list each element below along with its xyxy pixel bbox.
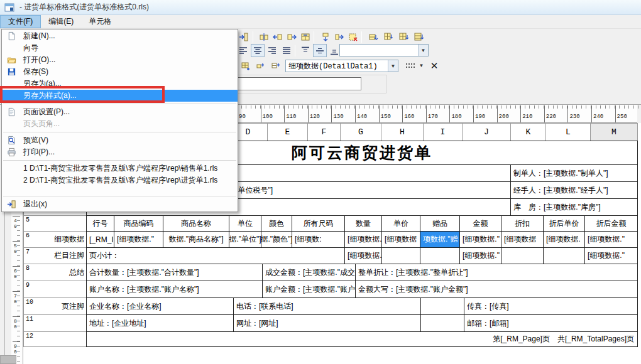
cell-account-name[interactable]: 账户名称：[主项数据."账户名称"] xyxy=(86,281,263,298)
cell-address[interactable]: 地址：[企业地址] xyxy=(86,314,234,332)
menu-item-page-setup[interactable]: 页面设置(P)... xyxy=(2,106,238,118)
append-col-icon[interactable] xyxy=(332,30,346,43)
column-header-e[interactable]: E xyxy=(267,123,308,141)
chevron-down-icon[interactable]: ▼ xyxy=(418,45,428,56)
detail-cell[interactable]: [细项数据. xyxy=(543,231,585,248)
align-left-icon[interactable] xyxy=(236,44,250,57)
add-subgrid-icon[interactable] xyxy=(254,59,268,72)
detail-cell[interactable]: [细项数: xyxy=(292,231,345,248)
hdr-disc-price[interactable]: 折后单价 xyxy=(543,215,585,232)
column-header-g[interactable]: G xyxy=(340,123,381,141)
menu-item-recent-2[interactable]: 2 D:\T1-商贸宝批发零售普及版\客户端程序\rep\进货单1.rls xyxy=(2,174,238,186)
detail-cell-selected[interactable]: 项数据."赠 xyxy=(420,231,460,248)
footer-cell[interactable] xyxy=(381,247,420,264)
cell-whole-discount[interactable]: 整单折让：[主项数据."整单折让"] xyxy=(355,264,638,281)
cell-amount-words[interactable]: 金额大写：[主项数据."账户金额"] xyxy=(355,281,638,298)
hdr-discount[interactable]: 折扣 xyxy=(501,215,544,232)
menu-item-save[interactable]: 保存(S) xyxy=(2,66,238,78)
cell-company[interactable]: 企业名称：[企业名称] xyxy=(86,297,234,315)
footer-cell[interactable] xyxy=(501,247,544,264)
detail-cell[interactable]: 据."单位"] xyxy=(229,231,261,248)
hdr-unit[interactable]: 单位 xyxy=(229,215,261,232)
align-center-icon[interactable] xyxy=(251,44,265,57)
cell-email[interactable]: 邮箱：[邮箱] xyxy=(464,314,638,332)
add-group-icon[interactable] xyxy=(269,59,283,72)
font-combo[interactable]: ▼ xyxy=(339,44,429,56)
delete-object-button[interactable]: ✕ xyxy=(427,59,441,72)
row-header-6[interactable]: 6细项数据 xyxy=(23,231,87,248)
row-header-8[interactable]: 8总结 xyxy=(23,264,87,281)
row-header-10[interactable]: 10页注脚 xyxy=(23,297,87,315)
footer-cell[interactable] xyxy=(543,247,585,264)
menu-item-wizard[interactable]: 向导 xyxy=(2,42,238,54)
merge-down-icon[interactable] xyxy=(381,30,395,43)
row-header-9[interactable]: 9 xyxy=(23,281,87,298)
footer-cell[interactable] xyxy=(420,247,460,264)
detail-cell[interactable]: [细项数据 xyxy=(501,231,544,248)
detail-cell[interactable]: [细项数据 xyxy=(381,231,420,248)
insert-row-below-icon[interactable] xyxy=(319,30,332,43)
cell-phone[interactable]: 电话：[联系电话] xyxy=(233,297,421,315)
menu-item-open[interactable]: 打开(O)... xyxy=(2,54,238,66)
footer-cell[interactable]: [细项数据." xyxy=(584,247,638,264)
cell-page-subtotal[interactable]: 页小计： xyxy=(86,247,345,264)
cell-warehouse[interactable]: 库 房：[主项数据."库房"] xyxy=(510,198,638,216)
footer-cell[interactable]: [细项数据. xyxy=(344,247,382,264)
menu-file[interactable]: 文件(F) xyxy=(0,15,41,28)
cell-total-qty[interactable]: 合计数量：[主项数据."合计数量"] xyxy=(86,264,263,281)
cell-fax[interactable]: 传真：[传真] xyxy=(464,297,638,315)
cell-deal-amount[interactable]: 成交金额：[主项数据."成交金 xyxy=(262,264,356,281)
cell-handler[interactable]: 经手人：[主项数据."经手人"] xyxy=(510,181,638,199)
align-right-icon[interactable] xyxy=(265,44,279,57)
hdr-disc-amount[interactable]: 折后金额 xyxy=(584,215,638,232)
row-header-11[interactable]: 11 xyxy=(23,314,87,332)
cell-page-number[interactable]: 第[_RM_Page]页 共[_RM_TotalPages]页 xyxy=(86,331,638,347)
column-header-h[interactable]: H xyxy=(381,123,424,141)
footer-cell[interactable]: [细项数据." xyxy=(459,247,501,264)
formula-input[interactable] xyxy=(236,77,361,90)
detail-cell[interactable]: [细项数据." xyxy=(584,231,638,248)
hdr-sizes[interactable]: 所有尺码 xyxy=(292,215,345,232)
valign-middle-icon[interactable] xyxy=(313,44,327,57)
detail-cell[interactable]: [细项数据. xyxy=(344,231,382,248)
row-header-12[interactable]: 12 xyxy=(23,331,87,347)
menu-item-preview[interactable]: 预览(V) xyxy=(2,134,238,146)
hdr-gift[interactable]: 赠品 xyxy=(420,215,460,232)
hdr-name[interactable]: 商品名称 xyxy=(163,215,229,232)
column-header-l[interactable]: L xyxy=(545,123,591,141)
merge-grid-icon[interactable] xyxy=(397,30,410,43)
detail-cell[interactable]: [_RM_I xyxy=(86,231,114,248)
detail-cell[interactable]: 数据."商品名称"] xyxy=(163,231,229,248)
row-header-5[interactable]: 5 xyxy=(23,215,87,232)
hdr-rowno[interactable]: 行号 xyxy=(86,215,114,232)
cell-account-amount[interactable]: 账户金额：[主项数据."账户金 xyxy=(262,281,356,298)
merge-all-icon[interactable] xyxy=(412,30,425,43)
insert-col-left-icon[interactable] xyxy=(271,30,285,43)
column-header-m[interactable]: M xyxy=(590,123,638,141)
merge-right-icon[interactable] xyxy=(366,30,380,43)
header-cell-icon[interactable] xyxy=(299,30,312,43)
border-style-button[interactable]: ▼ xyxy=(403,59,425,72)
insert-col-right-icon[interactable] xyxy=(285,30,299,43)
cell-website[interactable]: 网址：[网址] xyxy=(233,314,421,332)
menu-item-print[interactable]: 打印(P)... xyxy=(2,146,238,158)
hdr-qty[interactable]: 数量 xyxy=(344,215,382,232)
delete-cells-icon[interactable] xyxy=(346,30,360,43)
split-cells-icon[interactable] xyxy=(257,30,271,43)
detail-cell[interactable]: [细项数据." xyxy=(459,231,501,248)
cell-maker[interactable]: 制单人：[主项数据."制单人"] xyxy=(510,164,638,182)
object-combo[interactable]: 细项数据(DetailData1) ▼ xyxy=(285,60,398,72)
column-header-f[interactable]: F xyxy=(307,123,341,141)
column-header-k[interactable]: K xyxy=(510,123,546,141)
detail-cell[interactable]: 据."颜色"] xyxy=(261,231,292,248)
door-arrow-icon[interactable] xyxy=(237,30,251,43)
cell-empty[interactable] xyxy=(420,314,464,332)
chevron-down-icon[interactable]: ▼ xyxy=(388,60,398,72)
valign-top-icon[interactable] xyxy=(299,44,312,57)
menu-item-new[interactable]: 新建(N)... xyxy=(2,30,238,42)
menu-item-recent-1[interactable]: 1 D:\T1-商贸宝批发零售普及版\客户端程序\rep\销售单1.rls xyxy=(2,163,238,174)
align-justify-icon[interactable] xyxy=(280,44,293,57)
menu-item-exit[interactable]: 退出(x) xyxy=(2,198,238,210)
cell-empty[interactable] xyxy=(420,297,464,315)
hdr-code[interactable]: 商品编码 xyxy=(114,215,163,232)
